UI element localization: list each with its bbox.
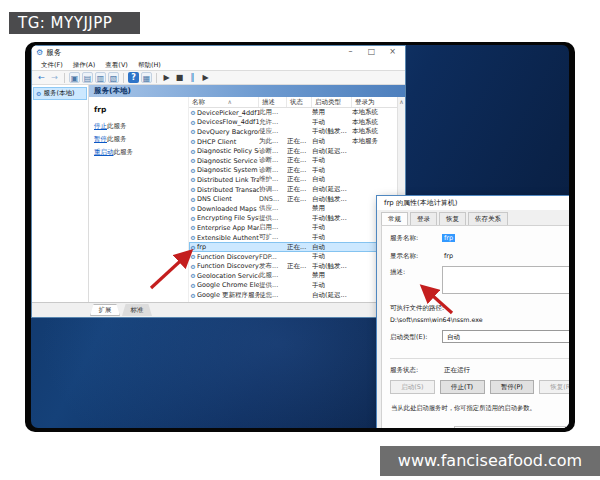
- description-textbox[interactable]: ∧ ∨: [442, 266, 569, 294]
- forward-icon[interactable]: →: [49, 72, 60, 83]
- service-row[interactable]: ⚙Diagnostic Policy Service诊断...正在...自动(延…: [189, 146, 397, 156]
- service-button-1[interactable]: 停止(T): [440, 380, 485, 394]
- exe-path-label: 可执行文件的路径:: [390, 304, 444, 313]
- startup-params-hint: 当从此处启动服务时，你可指定所适用的启动参数。: [391, 403, 569, 412]
- service-name: Distributed Link Tracking...: [197, 176, 259, 184]
- services-app-icon: ⚙: [36, 46, 43, 59]
- dialog-tab-0[interactable]: 常规: [381, 212, 408, 226]
- column-header-description[interactable]: 描述: [259, 97, 287, 107]
- service-description: 诊断...: [259, 166, 287, 175]
- service-row[interactable]: ⚙Diagnostic Service Host诊断...正在...手动: [189, 156, 397, 166]
- service-row[interactable]: ⚙Distributed Transaction C...协调...正在...自…: [189, 185, 397, 195]
- service-row[interactable]: ⚙Extensible Authentication...可扩...手动: [189, 233, 397, 243]
- column-header-startup-type[interactable]: 启动类型: [312, 97, 352, 107]
- maximize-icon[interactable]: □: [361, 46, 382, 59]
- startup-params-input[interactable]: [454, 426, 569, 428]
- sort-ascending-icon: ∧: [228, 97, 232, 107]
- stop-service-icon[interactable]: ■: [174, 72, 185, 83]
- service-row[interactable]: ⚙DNS ClientDNS...正在...自动(触发...: [189, 194, 397, 204]
- service-name: Distributed Transaction C...: [197, 186, 259, 194]
- list-header: 名称 ∧ 描述 状态 启动类型 登录为: [189, 97, 397, 108]
- restart-service-icon[interactable]: ▶: [200, 72, 211, 83]
- start-service-icon[interactable]: ▶: [161, 72, 172, 83]
- service-startup-type: 自动(延迟...: [312, 185, 352, 194]
- service-icon: ⚙: [189, 272, 197, 279]
- service-link-suffix-0: 此服务: [107, 122, 127, 130]
- service-link-2[interactable]: 重启动: [94, 148, 114, 156]
- service-row[interactable]: ⚙Geolocation Service此服...禁用: [189, 271, 397, 281]
- menu-item-2[interactable]: 查看(V): [100, 59, 133, 71]
- service-icon: ⚙: [189, 138, 197, 145]
- refresh-icon[interactable]: ▥: [95, 72, 106, 83]
- pause-service-icon[interactable]: ‖: [187, 72, 198, 83]
- back-icon[interactable]: ←: [36, 72, 47, 83]
- dialog-tab-3[interactable]: 依存关系: [468, 212, 508, 225]
- dialog-tabs: 常规登录恢复依存关系: [381, 212, 569, 225]
- scroll-up-icon[interactable]: ∧: [398, 97, 405, 106]
- column-header-logon-as[interactable]: 登录为: [352, 97, 397, 107]
- service-row[interactable]: ⚙DevQuery Background D...使应...手动(触发...本地…: [189, 127, 397, 137]
- minimize-icon[interactable]: –: [340, 46, 361, 59]
- service-description: 协调...: [259, 185, 287, 194]
- service-icon: ⚙: [189, 157, 197, 164]
- service-startup-type: 手动(触发...: [312, 262, 352, 271]
- service-name: DevicesFlow_4ddf1: [197, 118, 259, 126]
- service-status-label: 服务状态:: [390, 366, 418, 375]
- service-row[interactable]: ⚙DevicePicker_4ddf1此用...禁用本地系统: [189, 108, 397, 118]
- service-row[interactable]: ⚙Google Chrome Elevatio...提供...手动: [189, 281, 397, 291]
- service-row[interactable]: ⚙Encrypting File System (E...提供...手动(触发.…: [189, 214, 397, 224]
- service-name: DevicePicker_4ddf1: [197, 109, 259, 117]
- startup-type-combobox[interactable]: 自动 ▾: [442, 330, 569, 343]
- service-icon: ⚙: [189, 234, 197, 241]
- properties-icon[interactable]: ▤: [82, 72, 93, 83]
- show-list-icon[interactable]: ▦: [141, 72, 152, 83]
- service-description: 此用...: [259, 108, 287, 117]
- service-link-0[interactable]: 停止: [94, 122, 107, 130]
- service-row[interactable]: ⚙Diagnostic System Host诊断...正在...手动: [189, 166, 397, 176]
- dialog-tab-2[interactable]: 恢复: [439, 212, 466, 225]
- service-icon: ⚙: [189, 292, 197, 299]
- service-icon: ⚙: [189, 167, 197, 174]
- dialog-tab-1[interactable]: 登录: [410, 212, 437, 225]
- windows-desktop: ⚙ 服务 – □ × 文件(F)操作(A)查看(V)帮助(H) ←→▣▤▥▧?▦…: [31, 45, 569, 428]
- service-startup-type: 手动: [312, 156, 352, 165]
- dialog-titlebar[interactable]: frp 的属性(本地计算机) ×: [377, 196, 569, 210]
- service-name: Geolocation Service: [197, 272, 259, 280]
- results-banner: 服务(本地): [89, 85, 405, 97]
- service-startup-type: 禁用: [312, 271, 352, 280]
- service-link-1[interactable]: 暂停: [94, 135, 107, 143]
- service-link-row-2: 重启动此服务: [94, 148, 188, 157]
- view-tab-1[interactable]: 标准: [122, 304, 152, 316]
- service-row[interactable]: ⚙Google 更新程序服务 (Gu...使您...自动(延迟...: [189, 290, 397, 300]
- show-console-tree-icon[interactable]: ▣: [69, 72, 80, 83]
- service-description: 提供...: [259, 281, 287, 290]
- help-icon[interactable]: ?: [128, 72, 139, 83]
- service-row[interactable]: ⚙DevicesFlow_4ddf1允许...手动本地系统: [189, 118, 397, 128]
- service-row[interactable]: ⚙DHCP Client为此...正在...自动本地服务: [189, 137, 397, 147]
- service-button-2[interactable]: 暂停(P): [490, 380, 535, 394]
- service-status-value: 正在运行: [444, 366, 470, 375]
- tree-item-services-local[interactable]: ⚙ 服务(本地): [33, 87, 87, 100]
- export-list-icon[interactable]: ▧: [108, 72, 119, 83]
- toolbar-separator: [123, 73, 124, 83]
- service-description: 诊断...: [259, 156, 287, 165]
- services-titlebar[interactable]: ⚙ 服务 – □ ×: [32, 46, 405, 59]
- service-row[interactable]: ⚙Downloaded Maps Man...供应...禁用: [189, 204, 397, 214]
- tg-annotation-label: TG: MYYJJPP: [9, 12, 140, 34]
- menu-item-1[interactable]: 操作(A): [68, 59, 101, 71]
- service-row[interactable]: ⚙Enterprise App Manage...启用...手动: [189, 223, 397, 233]
- service-icon: ⚙: [189, 253, 197, 260]
- service-row[interactable]: ⚙Function Discovery Provi...FDP...手动: [189, 252, 397, 262]
- service-row[interactable]: ⚙Function Discovery Reso...发布...正在...手动(…: [189, 262, 397, 272]
- menu-item-3[interactable]: 帮助(H): [133, 59, 166, 71]
- service-row[interactable]: ⚙frp正在...自动: [189, 242, 397, 252]
- close-icon[interactable]: ×: [382, 46, 403, 59]
- view-tab-0[interactable]: 扩展: [90, 304, 120, 316]
- column-header-status[interactable]: 状态: [287, 97, 312, 107]
- page: TG: MYYJJPP ⚙ 服务 – □ × 文件(F)操作(A)查看(V)帮助…: [0, 0, 600, 480]
- column-header-name[interactable]: 名称 ∧: [189, 97, 259, 107]
- watermark-label: www.fanciseafood.com: [380, 446, 600, 476]
- service-row[interactable]: ⚙Distributed Link Tracking...维护...正在...自…: [189, 175, 397, 185]
- toolbar-separator: [64, 73, 65, 83]
- menu-item-0[interactable]: 文件(F): [36, 59, 68, 71]
